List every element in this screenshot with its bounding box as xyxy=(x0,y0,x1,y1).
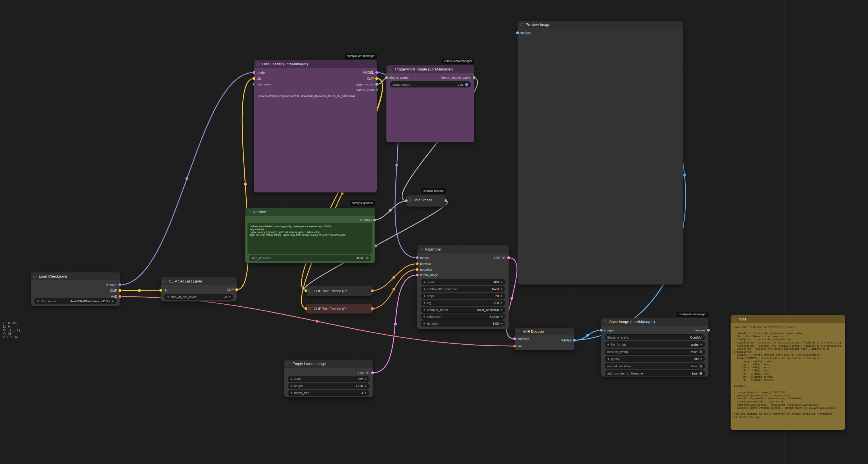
toggle-knob-icon[interactable] xyxy=(700,372,703,375)
arrow-right-icon[interactable]: ▶ xyxy=(501,308,503,311)
input-dot-image[interactable] xyxy=(516,31,519,34)
node-header[interactable]: Save Image (LoraManager) xyxy=(601,318,708,326)
output-slot-trigger-words[interactable]: trigger_words xyxy=(354,83,378,86)
collapse-icon[interactable] xyxy=(287,362,290,365)
node-positive-prompt[interactable]: positive STRING highres, very detailed, … xyxy=(245,208,375,263)
output-dot-clip[interactable] xyxy=(235,288,238,291)
node-header[interactable]: TriggerWord Toggle (LoraManager) xyxy=(386,65,474,73)
collapse-icon[interactable] xyxy=(308,289,311,293)
widget-control-after-generate[interactable]: ◀ control after generate fixed ▶ xyxy=(421,286,505,292)
node-header[interactable]: Note xyxy=(731,315,845,323)
input-slot-vae[interactable]: vae xyxy=(513,344,523,348)
node-header[interactable]: Empty Latent Image xyxy=(284,360,373,368)
output-dot-vae[interactable] xyxy=(119,295,121,298)
arrow-left-icon[interactable]: ◀ xyxy=(290,385,292,387)
output-dot-conditioning[interactable] xyxy=(371,307,374,310)
output-dot-clip[interactable] xyxy=(375,77,378,80)
input-dot-model[interactable] xyxy=(416,256,418,259)
arrow-right-icon[interactable]: ▶ xyxy=(365,378,367,380)
arrow-left-icon[interactable]: ◀ xyxy=(423,308,425,311)
widget-strip-newlines[interactable]: strip_newlines false xyxy=(249,255,371,261)
arrow-right-icon[interactable]: ▶ xyxy=(229,295,230,298)
node-header[interactable]: CLIP Text Encode (Pr xyxy=(306,286,373,296)
widget-file-format[interactable]: ◀ file_format webp ▶ xyxy=(604,342,705,348)
widget-quality[interactable]: ◀ quality 100 ▶ xyxy=(604,356,705,362)
output-slot-model[interactable]: MODEL xyxy=(106,283,121,287)
input-dot-latent[interactable] xyxy=(513,338,516,340)
input-dot-trigger-words[interactable] xyxy=(385,76,388,79)
input-slot-negative[interactable]: negative xyxy=(416,268,432,271)
widget-add-counter-to-filename[interactable]: add_counter_to_filename true xyxy=(604,370,705,376)
toggle-knob-icon[interactable] xyxy=(465,83,468,86)
widget-ckpt-name[interactable]: ◀ ckpt_name ilwaiNSFWIllustrious_v110.s … xyxy=(34,298,117,304)
input-dot-clip[interactable] xyxy=(305,307,307,310)
output-slot-model[interactable]: MODEL xyxy=(363,71,378,74)
input-slot-model[interactable]: model xyxy=(416,256,429,259)
input-dot-conditioning[interactable] xyxy=(416,268,418,271)
input-slot-samples[interactable]: samples xyxy=(513,337,529,341)
widget-sampler-name[interactable]: ◀ sampler_name euler_ancestral ▶ xyxy=(421,307,505,313)
node-clip-set-last-layer[interactable]: CLIP Set Last Layer clip CLIP ◀ stop_at_… xyxy=(161,277,237,301)
output-dot-latent[interactable] xyxy=(507,256,510,259)
node-ksampler[interactable]: KSampler model positive negative latent_… xyxy=(417,245,508,329)
arrow-left-icon[interactable]: ◀ xyxy=(290,392,292,394)
input-dot-clip[interactable] xyxy=(305,289,307,292)
widget-lossless-webp[interactable]: lossless_webp false xyxy=(604,349,705,355)
input-dot-image[interactable] xyxy=(600,329,602,332)
arrow-left-icon[interactable]: ◀ xyxy=(607,357,609,360)
collapse-icon[interactable] xyxy=(520,23,523,26)
output-dot-model[interactable] xyxy=(119,283,121,286)
input-dot-conditioning[interactable] xyxy=(416,262,418,265)
output-dot-conditioning[interactable] xyxy=(371,289,374,292)
node-header[interactable]: positive xyxy=(245,208,375,216)
input-slot-images[interactable]: images xyxy=(516,31,530,34)
arrow-right-icon[interactable]: ▶ xyxy=(701,357,703,360)
node-note[interactable]: Note Available filename_prefix Pattern C… xyxy=(731,315,845,430)
toggle-knob-icon[interactable] xyxy=(366,257,369,259)
arrow-left-icon[interactable]: ◀ xyxy=(37,300,38,302)
arrow-right-icon[interactable]: ▶ xyxy=(112,300,114,302)
arrow-left-icon[interactable]: ◀ xyxy=(290,378,292,380)
toggle-knob-icon[interactable] xyxy=(700,350,703,353)
node-empty-latent-image[interactable]: Empty Latent Image LATENT ◀ width 832 ▶ … xyxy=(284,360,373,397)
arrow-left-icon[interactable]: ◀ xyxy=(423,301,425,304)
widget-seed[interactable]: ◀ seed 409 ▶ xyxy=(421,279,505,285)
output-dot-loaded-loras[interactable] xyxy=(375,88,378,91)
arrow-right-icon[interactable]: ▶ xyxy=(701,343,703,346)
arrow-right-icon[interactable]: ▶ xyxy=(501,301,503,304)
input-slot-lora-stack[interactable]: lora_stack xyxy=(252,83,271,86)
output-slot-clip[interactable]: CLIP xyxy=(110,289,121,292)
output-dot-latent[interactable] xyxy=(371,371,374,374)
arrow-right-icon[interactable]: ▶ xyxy=(501,295,503,297)
widget-steps[interactable]: ◀ steps 20 ▶ xyxy=(421,293,505,299)
input-slot-clip[interactable]: clip xyxy=(252,77,261,80)
input-dot-clip[interactable] xyxy=(252,77,255,80)
widget-scheduler[interactable]: ◀ scheduler karras ▶ xyxy=(421,314,505,320)
node-save-image[interactable]: Save Image (LoraManager) images images f… xyxy=(601,318,708,377)
collapse-icon[interactable] xyxy=(256,62,259,65)
collapse-icon[interactable] xyxy=(33,275,36,278)
widget-denoise[interactable]: ◀ denoise 1.00 ▶ xyxy=(421,320,505,326)
output-dot-filtered-trigger-words[interactable] xyxy=(473,76,475,79)
input-dot-latent[interactable] xyxy=(416,273,418,277)
output-slot-vae[interactable]: VAE xyxy=(111,295,121,298)
widget-height[interactable]: ◀ height 1216 ▶ xyxy=(288,383,369,389)
arrow-left-icon[interactable]: ◀ xyxy=(423,322,425,325)
widget-stop-at-clip-layer[interactable]: ◀ stop_at_clip_layer -2 ▶ xyxy=(164,294,233,300)
toggle-knob-icon[interactable] xyxy=(700,365,703,368)
arrow-right-icon[interactable]: ▶ xyxy=(501,288,503,290)
input-slot-latent-image[interactable]: latent_image xyxy=(416,273,438,277)
node-triggerword-toggle[interactable]: TriggerWord Toggle (LoraManager) trigger… xyxy=(386,65,474,142)
input-dot-lora-stack[interactable] xyxy=(252,83,255,86)
widget-width[interactable]: ◀ width 832 ▶ xyxy=(288,376,369,382)
collapse-icon[interactable] xyxy=(248,210,251,213)
collapse-icon[interactable] xyxy=(733,318,736,321)
arrow-right-icon[interactable]: ▶ xyxy=(365,385,367,387)
collapse-icon[interactable] xyxy=(308,307,311,310)
input-slot-clip[interactable]: clip xyxy=(159,289,168,292)
node-header[interactable]: VAE Decode xyxy=(515,328,575,336)
input-dot-vae[interactable] xyxy=(513,345,516,348)
collapse-icon[interactable] xyxy=(163,280,166,283)
input-dot-model[interactable] xyxy=(252,71,255,74)
output-dot-string[interactable] xyxy=(444,199,447,202)
